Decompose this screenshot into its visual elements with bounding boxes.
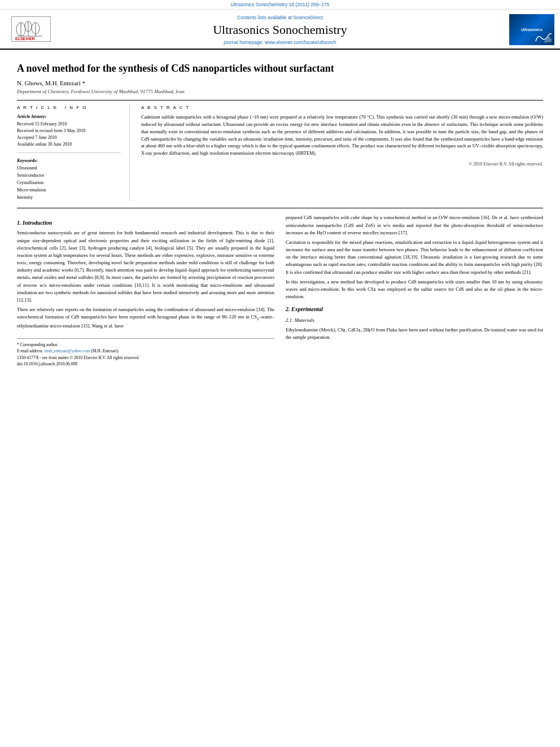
journal-ref-link[interactable]: Ultrasonics Sonochemistry 18 (2011) 269–…: [231, 2, 330, 7]
section1-heading: 1. Introduction: [17, 219, 274, 227]
page-wrapper: Ultrasonics Sonochemistry 18 (2011) 269–…: [0, 0, 560, 747]
ultrasonics-journal-icon: Ultrasonics: [509, 14, 554, 45]
accepted-date: Accepted 7 June 2010: [17, 134, 121, 141]
svg-text:ELSEVIER: ELSEVIER: [15, 37, 35, 41]
footnote-star-text: * Corresponding author.: [17, 342, 58, 347]
abstract-text: Cadmium sulfide nanoparticles with a hex…: [141, 113, 543, 157]
article-info-column: A R T I C L E I N F O Article history: R…: [17, 105, 130, 201]
abstract-column: A B S T R A C T Cadmium sulfide nanopart…: [141, 105, 543, 201]
sciencedirect-line: Contents lists available at ScienceDirec…: [56, 15, 504, 20]
section1-col2-p2: Cavitation is responsible for the mixed …: [286, 239, 543, 276]
keyword-5: Intensity: [17, 194, 121, 202]
section1-paragraph1: Semiconductor nanocrystals are of great …: [17, 229, 274, 304]
body-divider: [17, 208, 543, 208]
homepage-link[interactable]: www.elsevier.com/locate/ultsonch: [265, 40, 336, 45]
journal-header: ELSEVIER Contents lists available at Sci…: [0, 10, 560, 50]
footnote-doi: doi:10.1016/j.ultsonch.2010.06.008: [17, 361, 274, 367]
hours-word: hours: [111, 252, 122, 258]
article-info-label: A R T I C L E I N F O: [17, 105, 121, 110]
footnote-email[interactable]: moh_entezari@yahoo.com: [45, 348, 90, 353]
section1-col2-p3: In this investigation, a new method has …: [286, 278, 543, 301]
article-title: A novel method for the synthesis of CdS …: [17, 62, 543, 75]
elsevier-logo-box: ELSEVIER: [11, 16, 51, 42]
authors: N. Ghows, M.H. Entezari *: [17, 80, 543, 86]
section2-heading: 2. Experimental: [286, 305, 543, 313]
sciencedirect-prefix: Contents lists available at: [237, 15, 293, 20]
section1-col2-p1: prepared CdS nanoparticles with cube sha…: [286, 214, 543, 237]
elsevier-logo-area: ELSEVIER: [6, 16, 56, 43]
received-date: Received 15 February 2010: [17, 121, 121, 128]
author-names: N. Ghows, M.H. Entezari *: [17, 80, 85, 86]
footnote-issn: 1350-4177/$ - see front matter © 2010 El…: [17, 355, 274, 361]
available-date: Available online 30 June 2010: [17, 141, 121, 148]
journal-header-center: Contents lists available at ScienceDirec…: [56, 15, 504, 45]
article-meta-section: A R T I C L E I N F O Article history: R…: [17, 100, 543, 201]
ultrasonics-icon-text: Ultrasonics: [521, 28, 542, 32]
copyright-line: © 2010 Elsevier B.V. All rights reserved…: [141, 161, 543, 167]
revised-date: Received in revised form 3 May 2010: [17, 128, 121, 134]
body-right-column: prepared CdS nanoparticles with cube sha…: [286, 214, 543, 367]
section2-1-heading: 2.1. Materials: [286, 317, 543, 325]
footnote-email-line: E-mail address: moh_entezari@yahoo.com (…: [17, 348, 274, 354]
body-columns: 1. Introduction Semiconductor nanocrysta…: [17, 214, 543, 367]
keywords-label: Keywords:: [17, 158, 121, 163]
footnote-email-label: E-mail address:: [17, 348, 43, 353]
keyword-3: Crystallization: [17, 180, 121, 187]
journal-homepage: journal homepage: www.elsevier.com/locat…: [56, 40, 504, 45]
journal-title: Ultrasonics Sonochemistry: [56, 23, 504, 37]
body-left-column: 1. Introduction Semiconductor nanocrysta…: [17, 214, 274, 367]
elsevier-logo: ELSEVIER: [6, 16, 56, 43]
journal-header-right: Ultrasonics: [504, 14, 554, 45]
journal-reference: Ultrasonics Sonochemistry 18 (2011) 269–…: [0, 0, 560, 10]
footnote-email-person: (M.H. Entezari).: [91, 348, 119, 353]
article-history-label: Article history:: [17, 113, 121, 119]
elsevier-tree-svg: ELSEVIER: [14, 18, 48, 41]
homepage-prefix: journal homepage:: [224, 40, 265, 45]
sciencedirect-link[interactable]: ScienceDirect: [293, 15, 322, 20]
keyword-4: Micro-emulsion: [17, 187, 121, 194]
keyword-1: Ultrasound: [17, 165, 121, 172]
ultrasonics-wave-icon: [535, 31, 552, 42]
footnote-corresponding: * Corresponding author.: [17, 342, 274, 348]
abstract-label: A B S T R A C T: [141, 105, 543, 110]
affiliation: Department of Chemistry, Ferdowsi Univer…: [17, 89, 543, 94]
main-content: A novel method for the synthesis of CdS …: [0, 50, 560, 373]
keyword-2: Semiconductor: [17, 172, 121, 180]
section2-1-text: Ethylenediamine (Merck), CS₂, CdCl₂, 2H₂…: [286, 326, 543, 341]
section1-paragraph2: There are relatively rare reports on the…: [17, 306, 274, 330]
footnote-divider: * Corresponding author. E-mail address: …: [17, 338, 274, 367]
